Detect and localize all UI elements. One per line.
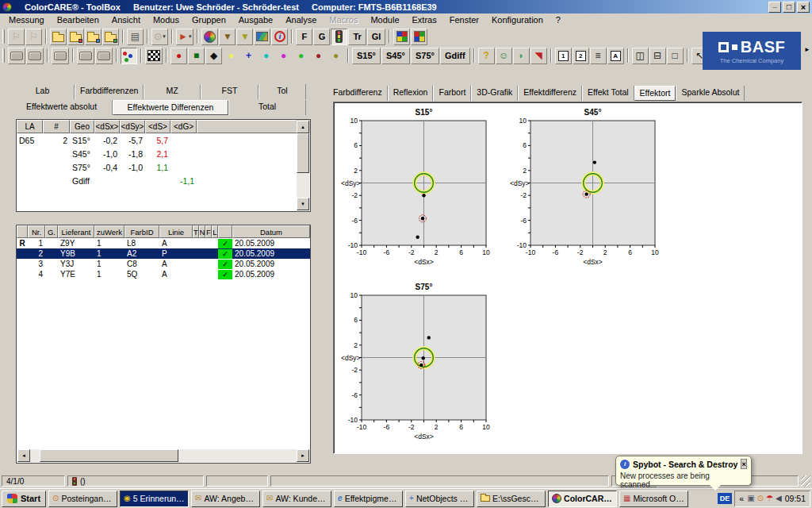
diff-col-dg[interactable]: <dG>	[170, 120, 197, 133]
green-ring-icon[interactable]: ●	[293, 48, 309, 64]
tab-effektwerte-absolut[interactable]: Effektwerte absolut	[11, 100, 113, 115]
cascade-icon[interactable]: □	[667, 48, 684, 64]
color-wheel-icon[interactable]	[201, 29, 218, 45]
olive-ring-icon[interactable]: ●	[327, 48, 344, 64]
menu-messung[interactable]: Messung	[2, 14, 51, 25]
measure-flag-icon[interactable]: ⚐	[8, 29, 25, 45]
filter-icon[interactable]: ▼	[219, 29, 236, 45]
clock-icon[interactable]: ⊙	[757, 495, 764, 502]
sample-col-check[interactable]	[218, 225, 232, 238]
scroll-left-icon[interactable]: ◄	[17, 449, 30, 462]
sample-col-g[interactable]: G.	[45, 225, 58, 238]
window-1-button[interactable]: 1	[555, 48, 572, 64]
save-folder-icon[interactable]	[85, 29, 102, 45]
scroll-down-icon[interactable]: ▼	[297, 198, 309, 210]
scroll-track[interactable]	[297, 133, 309, 198]
split-view-icon[interactable]: ≡	[590, 48, 607, 64]
menu-analyse[interactable]: Analyse	[279, 14, 323, 25]
diff-col-item[interactable]: #	[43, 120, 70, 133]
measure-device-2-icon[interactable]	[26, 48, 44, 64]
diff-col-geo[interactable]: Geo	[70, 120, 94, 133]
tile-horizontal-icon[interactable]: ⊟	[649, 48, 666, 64]
sample-col-t[interactable]: T	[193, 225, 199, 238]
scroll-thumb[interactable]	[40, 449, 178, 462]
s45-button[interactable]: S45°	[381, 48, 410, 64]
task-colorcare-t[interactable]: ColorCARE - T...	[548, 491, 617, 507]
tab-reflexion[interactable]: Reflexion	[388, 86, 434, 101]
menu-bearbeiten[interactable]: Bearbeiten	[51, 14, 105, 25]
menu-module[interactable]: Module	[364, 14, 405, 25]
language-indicator[interactable]: DE	[718, 493, 733, 504]
image-icon[interactable]	[254, 29, 270, 45]
title-bar[interactable]: ColorCARE® - ToolBox Benutzer: Uwe Schrö…	[0, 0, 812, 13]
sample-col-n[interactable]: N	[199, 225, 205, 238]
display-icon[interactable]: ▣	[747, 495, 754, 502]
farbwerte-button[interactable]: F	[296, 29, 312, 45]
measure-device-4-icon[interactable]	[77, 48, 94, 64]
tab-effektwerte-differenzen[interactable]: Effektwerte Differenzen	[113, 100, 228, 115]
sample-col-datum[interactable]: Datum	[232, 225, 310, 238]
magenta-ring-icon[interactable]: ●	[275, 48, 292, 64]
window-a-button[interactable]: A	[607, 48, 624, 64]
green-square-icon[interactable]: ■	[188, 48, 205, 64]
scroll-right-icon[interactable]: ►	[297, 449, 309, 462]
color-grid-2-icon[interactable]	[411, 29, 427, 45]
cyan-ring-icon[interactable]: ●	[258, 48, 274, 64]
sample-table-row[interactable]: 2Y9B1A2P✓20.05.2009	[17, 248, 310, 259]
send-icon[interactable]: ►▾	[176, 29, 193, 45]
menu-ausgabe[interactable]: Ausgabe	[232, 14, 279, 25]
fish-icon[interactable]: ◗	[513, 48, 530, 64]
menu-fenster[interactable]: Fenster	[443, 14, 485, 25]
measure-flag-2-icon[interactable]: ⚐	[25, 29, 42, 45]
help-icon[interactable]: ?	[478, 48, 495, 64]
measure-device-icon[interactable]	[8, 48, 25, 64]
transparenz-button[interactable]: Tr	[348, 29, 366, 45]
tab-farbdifferenzen[interactable]: Farbdifferenzen	[75, 84, 144, 99]
tile-vertical-icon[interactable]: ◫	[632, 48, 649, 64]
sample-col-lieferant[interactable]: Lieferant	[58, 225, 94, 238]
diff-col-dsy[interactable]: <dSy>	[120, 120, 145, 133]
measure-device-3-icon[interactable]	[52, 48, 69, 64]
tab-total[interactable]: Total	[228, 100, 306, 115]
sample-col-l[interactable]: L	[212, 225, 218, 238]
tab-farbort[interactable]: Farbort	[433, 86, 471, 101]
diff-table-row[interactable]: Gdiff-1,1	[17, 174, 310, 187]
tab-farbdifferenz[interactable]: Farbdifferenz	[328, 86, 388, 101]
menu-ansicht[interactable]: Ansicht	[105, 14, 147, 25]
scroll-thumb[interactable]	[297, 133, 309, 173]
checker-icon[interactable]	[145, 48, 163, 64]
menu-konfiguration[interactable]: Konfiguration	[485, 14, 550, 25]
maximize-button[interactable]	[783, 2, 795, 13]
toolbar-grip[interactable]	[2, 29, 5, 44]
gdiff-button[interactable]: Gdiff	[440, 48, 470, 64]
sample-col-nr[interactable]: Nr.	[28, 225, 45, 238]
filter-flash-icon[interactable]: ▼	[236, 29, 253, 45]
close-button[interactable]	[797, 2, 810, 13]
tray-chevron-icon[interactable]: «	[739, 494, 744, 503]
resize-grip[interactable]	[801, 475, 810, 487]
sample-col-zuwerk[interactable]: zuWerk	[94, 225, 124, 238]
folder-up-icon[interactable]	[102, 29, 119, 45]
difference-table-scrollbar[interactable]: ▲ ▼	[297, 121, 309, 210]
tab-tol[interactable]: Tol	[259, 84, 306, 99]
tab-lab[interactable]: Lab	[11, 84, 75, 99]
tab-3d-grafik[interactable]: 3D-Grafik	[471, 86, 518, 101]
glanz-button[interactable]: G	[313, 29, 330, 45]
task-posteingang[interactable]: ⊙Posteingang - ...	[48, 491, 117, 507]
toolbar-overflow-icon[interactable]: ►	[804, 46, 810, 53]
preview-icon[interactable]: ⊙▾	[151, 29, 168, 45]
glanzwert-button[interactable]: Gl	[367, 29, 386, 45]
sample-table-row[interactable]: R1Z9Y1L8A✓20.05.2009	[17, 238, 310, 248]
tab-effektort[interactable]: Effektort	[634, 86, 676, 101]
task-microsoft-offic[interactable]: ▦Microsoft Offic...	[619, 491, 688, 507]
s75-button[interactable]: S75°	[411, 48, 439, 64]
window-2-button[interactable]: 2	[573, 48, 589, 64]
info-icon[interactable]: i	[271, 29, 288, 45]
blue-cross-icon[interactable]: +	[240, 48, 257, 64]
sample-col-farbid[interactable]: FarbID	[124, 225, 159, 238]
s15-button[interactable]: S15°	[352, 48, 381, 64]
diff-table-row[interactable]: S75°-0,4-1,01,1	[17, 160, 310, 174]
sample-col-f[interactable]: F	[205, 225, 212, 238]
tab-fst[interactable]: FST	[201, 84, 259, 99]
minimize-button[interactable]	[768, 2, 781, 13]
